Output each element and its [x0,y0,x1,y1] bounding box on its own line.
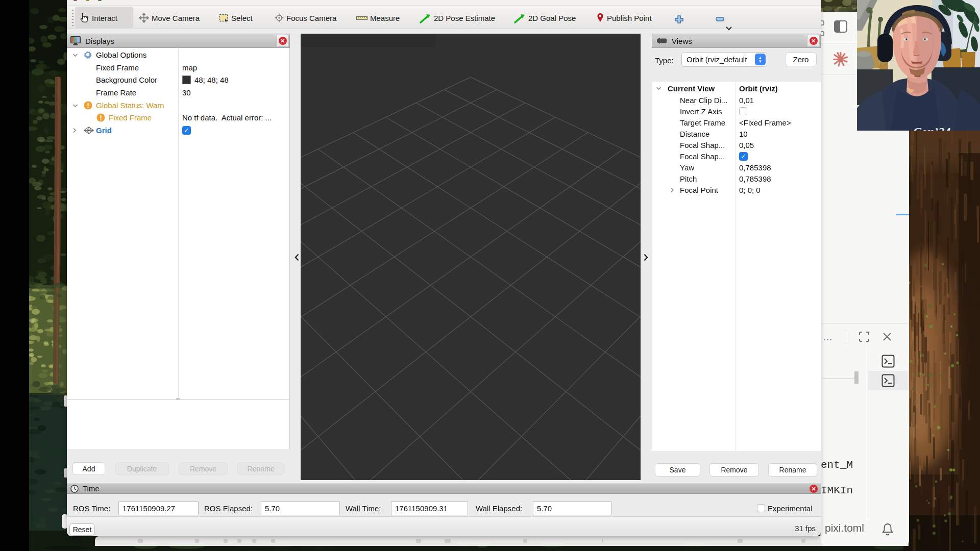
svg-text:…Con’24: …Con’24 [901,125,950,131]
